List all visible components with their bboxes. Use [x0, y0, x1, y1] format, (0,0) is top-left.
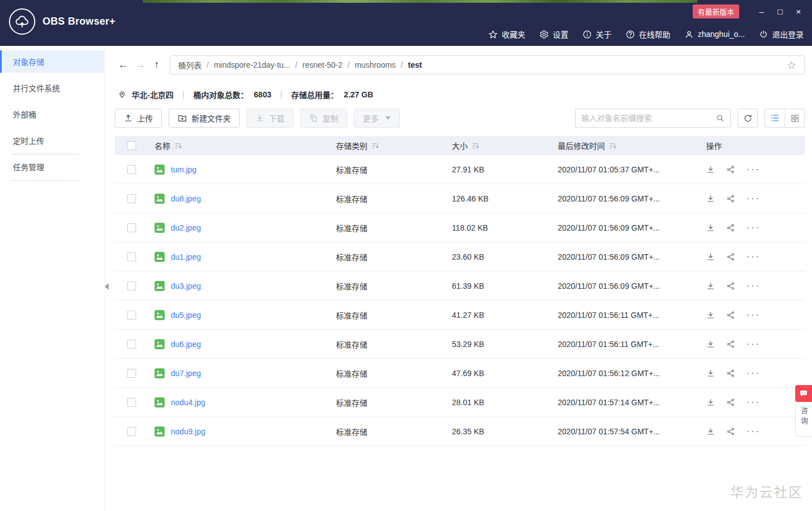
more-button[interactable]: 更多: [354, 109, 400, 128]
update-badge[interactable]: 有最新版本: [693, 4, 739, 18]
search-icon[interactable]: [716, 114, 725, 123]
row-checkbox[interactable]: [127, 340, 136, 349]
object-name-link[interactable]: du5.jpeg: [171, 311, 201, 320]
row-share-icon[interactable]: [726, 398, 735, 407]
image-file-icon: [155, 194, 165, 204]
row-checkbox[interactable]: [127, 369, 136, 378]
sidebar-item-parallel-file-system[interactable]: 并行文件系统: [0, 77, 104, 99]
row-more-actions-icon[interactable]: ···: [746, 282, 760, 290]
consult-label-box[interactable]: 咨询: [795, 402, 812, 437]
sidebar-item-object-storage[interactable]: 对象存储: [0, 50, 104, 73]
row-download-icon[interactable]: [706, 223, 715, 232]
row-download-icon[interactable]: [706, 398, 715, 407]
row-download-icon[interactable]: [706, 311, 715, 320]
row-share-icon[interactable]: [726, 427, 735, 436]
row-download-icon[interactable]: [706, 282, 715, 290]
new-folder-button[interactable]: 新建文件夹: [169, 109, 240, 128]
row-download-icon[interactable]: [706, 252, 715, 261]
list-view-button[interactable]: [765, 109, 785, 127]
row-share-icon[interactable]: [726, 252, 735, 261]
sort-name-icon[interactable]: [175, 142, 182, 149]
row-download-icon[interactable]: [706, 340, 715, 349]
row-more-actions-icon[interactable]: ···: [746, 252, 760, 261]
size-cell: 53.29 KB: [445, 340, 551, 349]
row-share-icon[interactable]: [726, 340, 735, 349]
object-name-link[interactable]: du7.jpeg: [171, 369, 201, 378]
main-content: ← → ↑ 桶列表 / mindspore-21day-tu... / resn…: [105, 46, 812, 511]
row-download-icon[interactable]: [706, 427, 715, 436]
favorites-menu-item[interactable]: 收藏夹: [488, 29, 525, 40]
object-name-link[interactable]: du8.jpeg: [171, 194, 201, 203]
row-more-actions-icon[interactable]: ···: [746, 427, 760, 436]
row-download-icon[interactable]: [706, 165, 715, 174]
row-more-actions-icon[interactable]: ···: [746, 340, 760, 349]
account-menu-item[interactable]: zhanghui_o...: [684, 30, 745, 39]
breadcrumb-folder-2[interactable]: mushrooms: [354, 60, 395, 69]
modified-cell: 2020/11/07 01:56:09 GMT+...: [551, 282, 698, 290]
object-name-link[interactable]: du6.jpeg: [171, 340, 201, 349]
grid-view-button[interactable]: [785, 109, 804, 127]
size-cell: 26.35 KB: [445, 427, 551, 436]
sidebar-label: 并行文件系统: [13, 82, 60, 93]
row-more-actions-icon[interactable]: ···: [746, 398, 760, 407]
row-checkbox[interactable]: [127, 398, 136, 407]
maximize-button[interactable]: □: [776, 7, 785, 17]
download-button[interactable]: 下载: [246, 109, 293, 128]
row-more-actions-icon[interactable]: ···: [746, 165, 760, 174]
favorite-star-icon[interactable]: ☆: [787, 60, 796, 71]
object-name-link[interactable]: du1.jpeg: [171, 252, 201, 261]
about-menu-item[interactable]: 关于: [582, 29, 612, 40]
row-share-icon[interactable]: [726, 165, 735, 174]
row-download-icon[interactable]: [706, 369, 715, 378]
row-more-actions-icon[interactable]: ···: [746, 369, 760, 378]
row-checkbox[interactable]: [127, 427, 136, 436]
size-cell: 61.39 KB: [445, 282, 551, 290]
settings-menu-item[interactable]: 设置: [539, 29, 568, 40]
upload-icon: [124, 114, 133, 123]
object-name-link[interactable]: nodu9.jpg: [171, 427, 206, 436]
forward-arrow-button[interactable]: →: [132, 59, 148, 71]
chat-bubble-icon[interactable]: [795, 385, 812, 402]
row-checkbox[interactable]: [127, 165, 136, 174]
sidebar-collapse-handle[interactable]: [105, 283, 109, 290]
copy-button[interactable]: 复制: [300, 109, 347, 128]
breadcrumb-bucket[interactable]: mindspore-21day-tu...: [214, 60, 290, 69]
sidebar-item-task-management[interactable]: 任务管理: [0, 156, 104, 178]
row-download-icon[interactable]: [706, 194, 715, 203]
minimize-button[interactable]: –: [757, 7, 766, 17]
sort-size-icon[interactable]: [472, 142, 479, 149]
object-name-link[interactable]: du2.jpeg: [171, 223, 201, 232]
row-more-actions-icon[interactable]: ···: [746, 223, 760, 232]
sidebar-item-scheduled-upload[interactable]: 定时上传: [0, 129, 104, 152]
upload-button[interactable]: 上传: [115, 109, 162, 128]
row-more-actions-icon[interactable]: ···: [746, 194, 760, 203]
refresh-button[interactable]: [738, 109, 758, 128]
row-checkbox[interactable]: [127, 282, 136, 290]
consult-widget[interactable]: 咨询: [795, 385, 812, 437]
object-name-link[interactable]: du3.jpeg: [171, 282, 201, 290]
row-checkbox[interactable]: [127, 194, 136, 203]
object-name-link[interactable]: tum.jpg: [171, 165, 197, 174]
back-arrow-button[interactable]: ←: [115, 59, 132, 71]
breadcrumb-bucket-list[interactable]: 桶列表: [178, 59, 202, 71]
sidebar-item-external-bucket[interactable]: 外部桶: [0, 103, 104, 125]
row-share-icon[interactable]: [726, 282, 735, 290]
breadcrumb-folder-1[interactable]: resnet-50-2: [302, 60, 343, 69]
logout-menu-item[interactable]: 退出登录: [759, 29, 804, 40]
row-more-actions-icon[interactable]: ···: [746, 311, 760, 320]
online-help-menu-item[interactable]: 在线帮助: [626, 29, 670, 40]
close-button[interactable]: ×: [794, 7, 803, 17]
row-share-icon[interactable]: [726, 223, 735, 232]
row-checkbox[interactable]: [127, 223, 136, 232]
row-checkbox[interactable]: [127, 311, 136, 320]
sort-storage-class-icon[interactable]: [372, 142, 379, 149]
row-share-icon[interactable]: [726, 194, 735, 203]
sort-modified-icon[interactable]: [609, 142, 617, 149]
row-share-icon[interactable]: [726, 311, 735, 320]
row-checkbox[interactable]: [127, 252, 136, 261]
object-name-link[interactable]: nodu4.jpg: [171, 398, 206, 407]
up-arrow-button[interactable]: ↑: [148, 59, 165, 71]
row-share-icon[interactable]: [726, 369, 735, 378]
search-input[interactable]: [581, 114, 716, 123]
select-all-checkbox[interactable]: [127, 141, 136, 150]
